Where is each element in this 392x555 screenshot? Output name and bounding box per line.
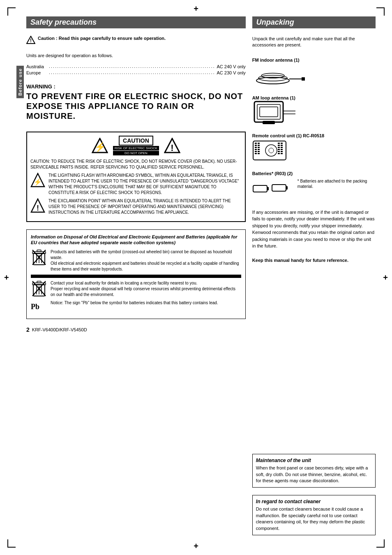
svg-rect-45 xyxy=(258,145,260,146)
disposal-text-3: Notice: The sign "Pb" below the symbol f… xyxy=(51,300,218,312)
contact-box: In regard to contact cleaner Do not use … xyxy=(252,495,376,535)
page-number: 2 xyxy=(26,326,30,333)
svg-rect-20 xyxy=(37,281,41,283)
svg-rect-62 xyxy=(281,151,283,152)
voltage-australia: Australia ..............................… xyxy=(26,64,246,69)
warning-text: TO PREVENT FIRE OR ELECTRIC SHOCK, DO NO… xyxy=(26,91,246,121)
svg-rect-30 xyxy=(302,77,305,81)
am-antenna-svg xyxy=(252,99,297,126)
accessory-fm-antenna: FM indoor antenna (1) xyxy=(252,58,376,86)
page-model: KRF-V6400D/KRF-V5450D xyxy=(32,327,87,332)
voltage-list: Australia ..............................… xyxy=(26,64,246,76)
page-number-area: 2 KRF-V6400D/KRF-V5450D xyxy=(26,326,246,333)
svg-rect-38 xyxy=(255,143,257,144)
cross-right: + xyxy=(383,273,388,282)
svg-text:!: ! xyxy=(37,204,39,212)
disposal-title: Information on Disposal of Old Electrica… xyxy=(31,234,241,246)
caution-subtitle-1: RISK OF ELECTRIC SHOCK xyxy=(113,146,159,150)
left-column: Safety precautions ! Caution : Read this… xyxy=(26,16,246,539)
batteries-label: Batteries* (R03) (2) xyxy=(252,171,376,176)
keep-manual: Keep this manual handy for future refere… xyxy=(252,258,376,263)
before-use-label: Before use xyxy=(16,66,24,98)
unpacking-intro: Unpack the unit carefully and make sure … xyxy=(252,36,376,49)
accessory-am-antenna: AM loop antenna (1) xyxy=(252,95,376,123)
maintenance-title: Maintenance of the unit xyxy=(256,458,372,463)
unpacking-header: Unpacking xyxy=(252,16,376,28)
svg-point-51 xyxy=(269,148,274,153)
svg-rect-40 xyxy=(255,147,257,148)
svg-point-50 xyxy=(265,145,277,156)
operation-text: Units are designed for operation as foll… xyxy=(26,53,246,58)
svg-rect-44 xyxy=(258,143,260,144)
svg-rect-42 xyxy=(255,151,257,152)
symbol-row-lightning: ⚡ THE LIGHTNING FLASH WITH ARROWHEAD SYM… xyxy=(30,173,242,196)
svg-rect-12 xyxy=(37,250,41,252)
svg-rect-64 xyxy=(253,185,267,192)
exclaim-triangle-right-icon: ! xyxy=(164,138,180,153)
lightning-triangle-left-icon: ⚡ xyxy=(92,138,108,153)
fm-antenna-img xyxy=(252,65,376,86)
svg-rect-65 xyxy=(267,187,269,190)
disposal-row-1: Products and batteries with the symbol (… xyxy=(31,249,241,272)
svg-text:⚡: ⚡ xyxy=(34,178,42,186)
svg-rect-59 xyxy=(281,145,283,146)
am-antenna-img xyxy=(252,103,376,123)
svg-rect-49 xyxy=(258,153,260,154)
symbol-lightning-icon: ⚡ xyxy=(30,173,45,187)
svg-rect-52 xyxy=(278,143,280,144)
accessory-batteries: Batteries* (R03) (2) * Batteries are att… xyxy=(252,171,376,199)
svg-rect-48 xyxy=(258,151,260,152)
fm-antenna-svg xyxy=(252,65,306,86)
caution-notice: ! Caution : Read this page carefully to … xyxy=(26,36,246,46)
svg-rect-41 xyxy=(255,149,257,150)
svg-rect-60 xyxy=(281,147,283,148)
cross-top: + xyxy=(194,4,198,14)
svg-rect-66 xyxy=(272,185,286,191)
svg-rect-46 xyxy=(258,147,260,148)
symbol-lightning-text: THE LIGHTNING FLASH WITH ARROWHEAD SYMBO… xyxy=(48,173,242,196)
corner-mark-tl xyxy=(7,7,16,16)
remote-svg xyxy=(252,139,324,162)
caution-title-wrapper: CAUTION RISK OF ELECTRIC SHOCK DO NOT OP… xyxy=(113,136,159,155)
svg-text:⚡: ⚡ xyxy=(94,141,106,153)
battery-note: * Batteries are attached to the packing … xyxy=(297,178,376,189)
symbol-row-exclaim: ! THE EXCLAMATION POINT WITHIN AN EQUILA… xyxy=(30,198,242,215)
disposal-text-2: Contact your local authority for details… xyxy=(51,280,241,298)
voltage-europe: Europe .................................… xyxy=(26,70,246,75)
svg-rect-39 xyxy=(255,145,257,146)
contact-title: In regard to contact cleaner xyxy=(256,499,372,504)
warning-title: WARNING : xyxy=(26,83,246,90)
svg-rect-56 xyxy=(278,151,280,152)
caution-title: CAUTION xyxy=(119,136,153,146)
accessories-note: If any accessories are missing, or if th… xyxy=(252,209,376,250)
disposal-box: Information on Disposal of Old Electrica… xyxy=(26,229,246,319)
svg-rect-34 xyxy=(263,121,275,124)
svg-rect-61 xyxy=(281,149,283,150)
crossed-bin-icon xyxy=(31,249,47,266)
safety-precautions-header: Safety precautions xyxy=(26,16,246,28)
svg-rect-54 xyxy=(278,147,280,148)
svg-rect-67 xyxy=(286,186,288,190)
svg-rect-63 xyxy=(281,153,283,154)
crossed-bin-icon-2 xyxy=(31,280,47,297)
svg-rect-58 xyxy=(281,143,283,144)
remote-label: Remote control unit (1) RC-R0518 xyxy=(252,133,376,138)
caution-box: ⚡ CAUTION RISK OF ELECTRIC SHOCK DO NOT … xyxy=(26,132,246,222)
caution-box-text-1: CAUTION: TO REDUCE THE RISK OF ELECTRIC … xyxy=(30,159,242,170)
maintenance-box: Maintenance of the unit When the front p… xyxy=(252,454,376,488)
caution-box-header: ⚡ CAUTION RISK OF ELECTRIC SHOCK DO NOT … xyxy=(30,136,242,155)
warning-section: WARNING : TO PREVENT FIRE OR ELECTRIC SH… xyxy=(26,83,246,124)
svg-rect-57 xyxy=(278,153,280,154)
remote-img xyxy=(252,141,376,161)
symbol-exclaim-text: THE EXCLAMATION POINT WITHIN AN EQUILATE… xyxy=(48,198,242,215)
corner-mark-tr xyxy=(376,7,385,16)
disposal-separator xyxy=(31,275,241,278)
pb-label-icon: Pb xyxy=(31,300,47,312)
svg-rect-33 xyxy=(260,107,278,117)
caution-notice-text: Caution : Read this page carefully to en… xyxy=(38,36,166,41)
contact-text: Do not use contact cleaners because it c… xyxy=(256,506,372,532)
disposal-text-1: Products and batteries with the symbol (… xyxy=(51,249,241,272)
batteries-row: * Batteries are attached to the packing … xyxy=(252,178,376,199)
svg-rect-55 xyxy=(278,149,280,150)
symbol-exclaim-icon: ! xyxy=(30,198,45,213)
